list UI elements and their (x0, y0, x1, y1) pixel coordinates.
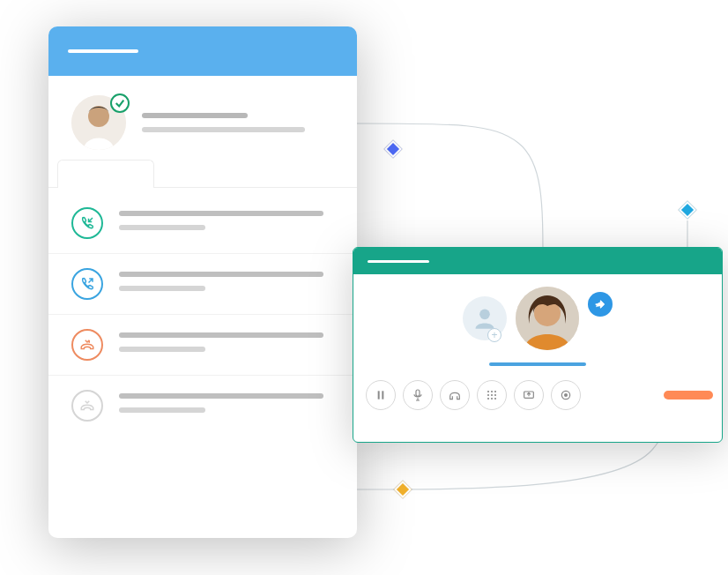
row-title-placeholder (119, 211, 323, 216)
title-placeholder (68, 49, 138, 53)
forward-call-button[interactable] (588, 292, 613, 317)
contact-name-placeholder (142, 113, 248, 118)
mic-icon (411, 388, 425, 402)
title-placeholder (368, 260, 429, 263)
headphones-icon (448, 388, 462, 402)
svg-point-15 (487, 398, 489, 400)
contact-profile-row[interactable] (48, 76, 357, 159)
svg-point-2 (479, 310, 490, 320)
svg-point-13 (491, 394, 493, 396)
incoming-call-icon (71, 207, 103, 239)
row-subtitle-placeholder (119, 407, 205, 413)
row-subtitle-placeholder (119, 347, 205, 352)
svg-point-12 (487, 394, 489, 396)
svg-rect-7 (382, 391, 383, 399)
connector-node (679, 201, 696, 219)
svg-rect-8 (416, 390, 420, 396)
svg-rect-6 (378, 391, 380, 399)
call-history-row[interactable] (48, 315, 357, 376)
tab-bar (48, 159, 357, 188)
svg-point-16 (491, 398, 493, 400)
status-check-icon (110, 93, 130, 113)
pause-icon (374, 388, 388, 402)
call-history-row[interactable] (48, 376, 357, 436)
row-title-placeholder (119, 272, 323, 277)
row-title-placeholder (119, 393, 323, 399)
pause-button[interactable] (366, 380, 396, 410)
contact-list-panel (48, 26, 357, 538)
dialpad-icon (485, 388, 499, 402)
record-button[interactable] (551, 380, 581, 410)
hangup-button[interactable] (664, 391, 713, 400)
person-icon (472, 306, 497, 331)
connector-node (394, 481, 412, 498)
svg-point-9 (487, 391, 489, 392)
call-history-row[interactable] (48, 254, 357, 315)
call-titlebar (353, 248, 722, 274)
tab-3[interactable] (251, 159, 348, 187)
contact-subtitle-placeholder (142, 127, 305, 132)
contact-list-titlebar (48, 26, 357, 76)
mute-button[interactable] (403, 380, 433, 410)
svg-point-14 (494, 394, 496, 396)
call-history-list (48, 188, 357, 441)
svg-point-20 (564, 393, 568, 397)
caller-name-placeholder (489, 362, 586, 366)
missed-call-icon (71, 329, 103, 361)
svg-point-11 (494, 391, 496, 392)
avatar (71, 95, 126, 150)
outgoing-call-icon (71, 268, 103, 300)
svg-point-10 (491, 391, 493, 392)
row-subtitle-placeholder (119, 225, 205, 230)
row-subtitle-placeholder (119, 286, 205, 291)
connector-node (384, 140, 402, 158)
svg-point-17 (494, 398, 496, 400)
record-icon (559, 388, 573, 402)
screen-button[interactable] (514, 380, 544, 410)
dialpad-button[interactable] (477, 380, 507, 410)
tab-2[interactable] (154, 159, 251, 187)
plus-icon: + (487, 328, 501, 342)
active-call-panel: + (353, 247, 723, 443)
add-participant-button[interactable]: + (463, 296, 507, 340)
arrow-forward-icon (594, 298, 606, 310)
audio-button[interactable] (440, 380, 470, 410)
row-title-placeholder (119, 332, 323, 338)
call-history-row[interactable] (48, 193, 357, 254)
call-controls (353, 366, 722, 410)
screen-share-icon (522, 388, 536, 402)
caller-avatar (516, 287, 579, 350)
missed-call-icon (71, 390, 103, 422)
tab-1[interactable] (57, 160, 154, 188)
